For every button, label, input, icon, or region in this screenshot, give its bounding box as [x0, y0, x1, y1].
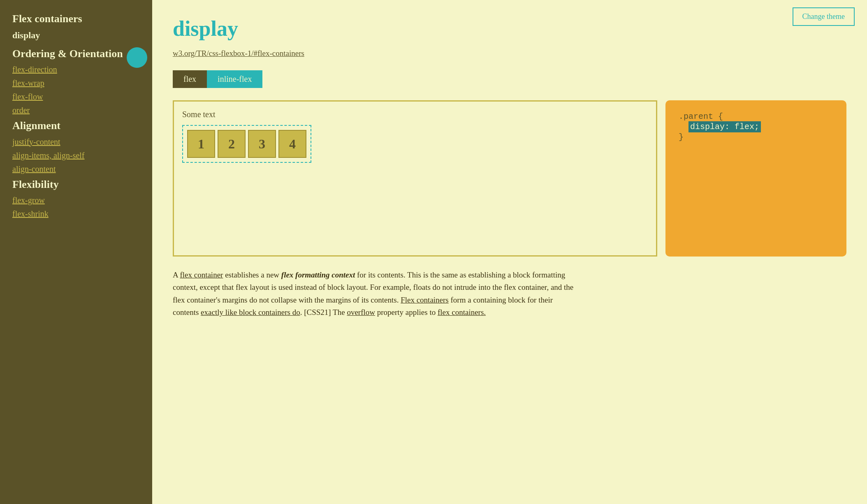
- page-title: display: [173, 16, 846, 41]
- flex-item-1: 1: [187, 130, 215, 158]
- spec-link[interactable]: w3.org/TR/css-flexbox-1/#flex-containers: [173, 49, 304, 58]
- description-link-overflow[interactable]: overflow: [347, 308, 375, 317]
- code-box: .parent { display: flex; }: [665, 100, 846, 257]
- tab-inline-flex[interactable]: inline-flex: [207, 70, 262, 88]
- flex-item-2: 2: [218, 130, 246, 158]
- demo-some-text: Some text: [182, 110, 648, 119]
- sidebar-link-flex-flow[interactable]: flex-flow: [12, 92, 140, 102]
- flex-item-3: 3: [248, 130, 276, 158]
- sidebar-link-flex-wrap[interactable]: flex-wrap: [12, 79, 140, 88]
- tab-flex[interactable]: flex: [173, 70, 207, 88]
- sidebar-link-align-content[interactable]: align-content: [12, 164, 140, 174]
- sidebar-link-flex-grow[interactable]: flex-grow: [12, 196, 140, 205]
- description-link-block-containers[interactable]: exactly like block containers do: [201, 308, 300, 317]
- description-link-flex-containers[interactable]: Flex containers: [401, 296, 449, 304]
- code-line-1: .parent {: [679, 112, 833, 121]
- description-link-flex-containers-2[interactable]: flex containers.: [438, 308, 486, 317]
- sidebar-section-flex-containers: Flex containers display: [12, 12, 140, 41]
- tabs-row: flex inline-flex: [173, 70, 846, 88]
- sidebar-section-title-flex-containers: Flex containers: [12, 12, 140, 25]
- demo-row: Some text 1 2 3 4 .parent { display: fle…: [173, 100, 846, 257]
- active-indicator: [127, 47, 147, 68]
- sidebar-section-flexibility: Flexibility flex-grow flex-shrink: [12, 178, 140, 219]
- sidebar-link-flex-shrink[interactable]: flex-shrink: [12, 209, 140, 219]
- sidebar-link-align-items[interactable]: align-items, align-self: [12, 151, 140, 160]
- sidebar-section-title-ordering: Ordering & Orientation: [12, 47, 140, 60]
- flex-demo-container: 1 2 3 4: [182, 125, 311, 163]
- sidebar-section-title-alignment: Alignment: [12, 119, 140, 132]
- code-line-2: display: flex;: [679, 121, 833, 132]
- sidebar-section-ordering: Ordering & Orientation flex-direction fl…: [12, 47, 140, 115]
- description-link-flex-container[interactable]: flex container: [180, 270, 223, 279]
- sidebar-section-title-flexibility: Flexibility: [12, 178, 140, 191]
- flex-item-4: 4: [278, 130, 306, 158]
- sidebar-link-flex-direction[interactable]: flex-direction: [12, 65, 140, 74]
- main-content: Change theme display w3.org/TR/css-flexb…: [152, 0, 867, 504]
- description-text: A flex container establishes a new flex …: [173, 269, 576, 319]
- demo-left-box: Some text 1 2 3 4: [173, 100, 657, 257]
- sidebar-section-alignment: Alignment justify-content align-items, a…: [12, 119, 140, 173]
- sidebar-link-justify-content[interactable]: justify-content: [12, 137, 140, 147]
- sidebar: Flex containers display Ordering & Orien…: [0, 0, 152, 504]
- change-theme-button[interactable]: Change theme: [793, 7, 855, 26]
- sidebar-link-order[interactable]: order: [12, 106, 140, 115]
- sidebar-active-item-display: display: [12, 30, 140, 41]
- code-line-3: }: [679, 132, 833, 142]
- code-highlight: display: flex;: [688, 121, 761, 132]
